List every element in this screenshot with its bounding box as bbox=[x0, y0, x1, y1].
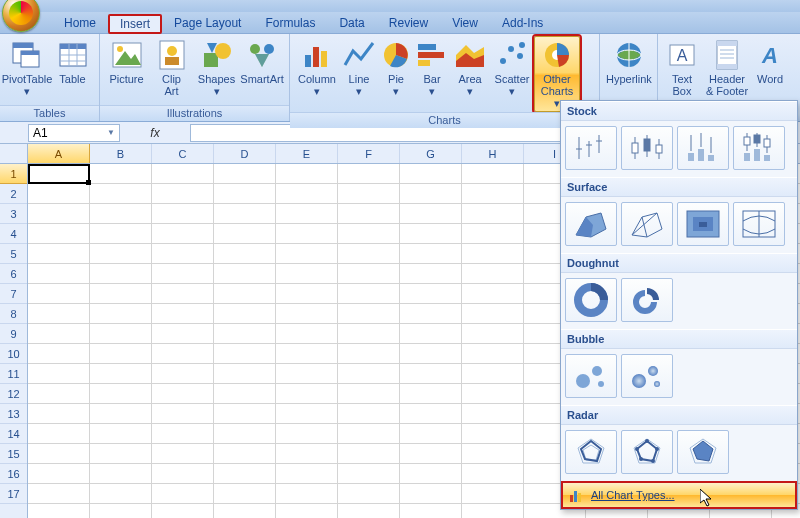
smartart-button[interactable]: SmartArt bbox=[239, 36, 285, 88]
row-header-5[interactable]: 5 bbox=[0, 244, 27, 264]
row-header-17[interactable]: 17 bbox=[0, 484, 27, 504]
shapes-label: Shapes bbox=[198, 73, 235, 85]
svg-rect-74 bbox=[754, 135, 760, 143]
row-header-10[interactable]: 10 bbox=[0, 344, 27, 364]
ribbon-tabs: Home Insert Page Layout Formulas Data Re… bbox=[0, 12, 800, 34]
tab-home[interactable]: Home bbox=[52, 13, 108, 33]
doughnut-icon[interactable] bbox=[565, 278, 617, 322]
svg-rect-16 bbox=[204, 53, 218, 67]
bar-label: Bar bbox=[423, 73, 440, 85]
picture-button[interactable]: Picture bbox=[104, 36, 149, 88]
all-chart-types-button[interactable]: All Chart Types... bbox=[561, 481, 797, 509]
row-headers[interactable]: 1234567891011121314151617 bbox=[0, 144, 28, 518]
shapes-button[interactable]: Shapes▾ bbox=[194, 36, 239, 100]
tab-page-layout[interactable]: Page Layout bbox=[162, 13, 253, 33]
scatter-chart-button[interactable]: Scatter▾ bbox=[490, 36, 534, 100]
table-button[interactable]: Table bbox=[50, 36, 95, 88]
pivottable-button[interactable]: PivotTable▾ bbox=[4, 36, 50, 100]
wordart-button[interactable]: A Word bbox=[752, 36, 788, 88]
row-header-15[interactable]: 15 bbox=[0, 444, 27, 464]
row-header-4[interactable]: 4 bbox=[0, 224, 27, 244]
tab-data[interactable]: Data bbox=[327, 13, 376, 33]
hyperlink-button[interactable]: Hyperlink bbox=[604, 36, 654, 88]
svg-rect-3 bbox=[21, 51, 39, 55]
fx-label[interactable]: fx bbox=[120, 126, 190, 140]
col-header-F[interactable]: F bbox=[338, 144, 400, 163]
stock-ohlc-icon[interactable] bbox=[621, 126, 673, 170]
radar-icon[interactable] bbox=[565, 430, 617, 474]
doughnut-exploded-icon[interactable] bbox=[621, 278, 673, 322]
textbox-button[interactable]: A Text Box bbox=[662, 36, 702, 100]
svg-rect-108 bbox=[578, 493, 581, 502]
svg-rect-28 bbox=[418, 52, 444, 58]
select-all-corner[interactable] bbox=[0, 144, 28, 164]
svg-rect-61 bbox=[656, 145, 662, 153]
row-header-16[interactable]: 16 bbox=[0, 464, 27, 484]
svg-rect-1 bbox=[13, 43, 33, 48]
svg-rect-24 bbox=[313, 47, 319, 67]
col-header-E[interactable]: E bbox=[276, 144, 338, 163]
svg-point-101 bbox=[651, 459, 655, 463]
svg-point-92 bbox=[648, 366, 658, 376]
svg-rect-27 bbox=[418, 44, 436, 50]
pie-chart-button[interactable]: Pie▾ bbox=[378, 36, 414, 100]
svg-rect-76 bbox=[764, 139, 770, 147]
area-chart-button[interactable]: Area▾ bbox=[450, 36, 490, 100]
hyperlink-label: Hyperlink bbox=[606, 73, 652, 85]
svg-rect-106 bbox=[570, 495, 573, 502]
name-box[interactable]: A1 ▼ bbox=[28, 124, 120, 142]
tab-formulas[interactable]: Formulas bbox=[253, 13, 327, 33]
row-header-2[interactable]: 2 bbox=[0, 184, 27, 204]
col-header-D[interactable]: D bbox=[214, 144, 276, 163]
svg-rect-45 bbox=[717, 64, 737, 69]
col-header-G[interactable]: G bbox=[400, 144, 462, 163]
row-header-13[interactable]: 13 bbox=[0, 404, 27, 424]
svg-point-88 bbox=[576, 374, 590, 388]
col-header-A[interactable]: A bbox=[28, 144, 90, 163]
column-chart-button[interactable]: Column▾ bbox=[294, 36, 340, 100]
bubble-3d-icon[interactable] bbox=[621, 354, 673, 398]
bar-chart-button[interactable]: Bar▾ bbox=[414, 36, 450, 100]
clipart-label: Clip Art bbox=[162, 73, 181, 97]
radar-filled-icon[interactable] bbox=[677, 430, 729, 474]
stock-vhlc-icon[interactable] bbox=[677, 126, 729, 170]
all-chart-types-label: All Chart Types... bbox=[591, 489, 675, 501]
col-header-C[interactable]: C bbox=[152, 144, 214, 163]
surface-3d-icon[interactable] bbox=[565, 202, 617, 246]
picture-label: Picture bbox=[109, 73, 143, 85]
row-header-7[interactable]: 7 bbox=[0, 284, 27, 304]
line-chart-button[interactable]: Line▾ bbox=[340, 36, 378, 100]
svg-point-19 bbox=[250, 44, 260, 54]
radar-markers-icon[interactable] bbox=[621, 430, 673, 474]
svg-rect-62 bbox=[688, 153, 694, 161]
clipart-button[interactable]: Clip Art bbox=[149, 36, 194, 100]
tab-view[interactable]: View bbox=[440, 13, 490, 33]
surface-wire-icon[interactable] bbox=[621, 202, 673, 246]
tab-addins[interactable]: Add-Ins bbox=[490, 13, 555, 33]
stock-vohlc-icon[interactable] bbox=[733, 126, 785, 170]
tab-review[interactable]: Review bbox=[377, 13, 440, 33]
row-header-12[interactable]: 12 bbox=[0, 384, 27, 404]
col-header-B[interactable]: B bbox=[90, 144, 152, 163]
active-cell-A1[interactable] bbox=[28, 164, 90, 184]
svg-rect-68 bbox=[744, 153, 750, 161]
name-box-dropdown-icon[interactable]: ▼ bbox=[107, 128, 115, 137]
row-header-6[interactable]: 6 bbox=[0, 264, 27, 284]
row-header-1[interactable]: 1 bbox=[0, 164, 27, 184]
row-header-14[interactable]: 14 bbox=[0, 424, 27, 444]
row-header-3[interactable]: 3 bbox=[0, 204, 27, 224]
row-header-8[interactable]: 8 bbox=[0, 304, 27, 324]
row-header-9[interactable]: 9 bbox=[0, 324, 27, 344]
row-header-11[interactable]: 11 bbox=[0, 364, 27, 384]
headerfooter-button[interactable]: Header & Footer bbox=[702, 36, 752, 100]
bubble-icon[interactable] bbox=[565, 354, 617, 398]
stock-hlc-icon[interactable] bbox=[565, 126, 617, 170]
col-header-H[interactable]: H bbox=[462, 144, 524, 163]
svg-rect-63 bbox=[698, 149, 704, 161]
tab-insert[interactable]: Insert bbox=[108, 14, 162, 34]
surface-wirecontour-icon[interactable] bbox=[733, 202, 785, 246]
svg-rect-5 bbox=[60, 44, 86, 49]
surface-contour-icon[interactable] bbox=[677, 202, 729, 246]
svg-point-89 bbox=[592, 366, 602, 376]
area-label: Area bbox=[458, 73, 481, 85]
